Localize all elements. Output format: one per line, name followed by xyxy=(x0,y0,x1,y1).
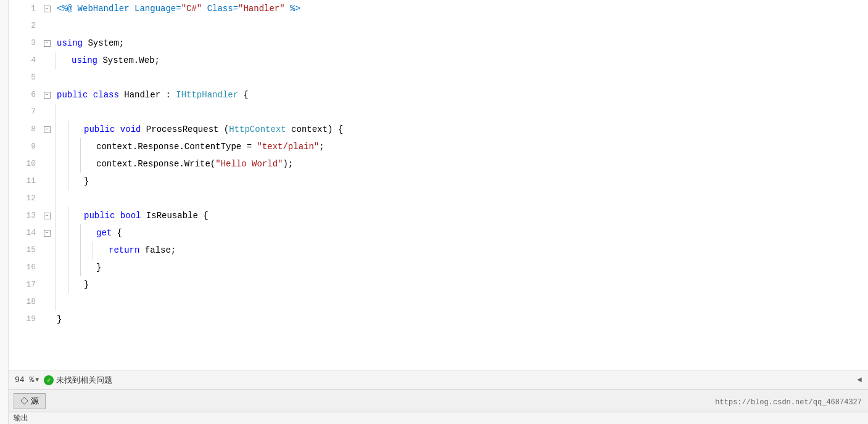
collapse-button[interactable]: − xyxy=(44,126,51,133)
left-margin xyxy=(0,0,9,424)
token: IsReusable { xyxy=(141,211,208,221)
line-number: 14 xyxy=(9,224,41,242)
output-label: 输出 xyxy=(14,413,28,423)
token: IHttpHandler xyxy=(176,90,238,100)
zoom-control[interactable]: 94 % ▼ xyxy=(15,375,39,385)
line-number: 2 xyxy=(9,17,41,35)
indent-guide xyxy=(68,242,80,259)
indent-guide xyxy=(68,224,80,242)
indent-guide xyxy=(68,155,80,173)
indent-guide xyxy=(56,138,68,155)
status-text: 未找到相关问题 xyxy=(56,375,112,386)
code-line: context.Response.Write("Hello World"); xyxy=(93,155,868,173)
indent-guide xyxy=(80,138,93,155)
token: } xyxy=(57,314,62,324)
code-line: using System.Web; xyxy=(68,52,868,69)
table-row: 13−public bool IsReusable { xyxy=(9,207,868,224)
token: } xyxy=(84,280,89,290)
table-row: 19} xyxy=(9,311,868,328)
collapse-button[interactable]: − xyxy=(44,213,51,219)
code-line xyxy=(68,104,868,121)
indent-guide xyxy=(56,276,68,293)
code-line xyxy=(53,17,868,35)
indent-guide xyxy=(68,138,80,155)
indent-guide xyxy=(56,242,68,259)
status-bar: 94 % ▼ ✓ 未找到相关问题 ◄ xyxy=(9,370,868,389)
indent-guide xyxy=(56,207,68,224)
line-number: 15 xyxy=(9,242,41,259)
indent-guide xyxy=(56,104,68,121)
code-line xyxy=(68,190,868,207)
code-line xyxy=(53,69,868,86)
indent-guide xyxy=(56,190,68,207)
status-check: ✓ 未找到相关问题 xyxy=(44,375,112,386)
table-row: 16} xyxy=(9,259,868,276)
code-line: } xyxy=(80,173,868,190)
token: "Handler" xyxy=(238,4,285,14)
collapse-button[interactable]: − xyxy=(44,6,51,12)
collapse-column xyxy=(41,293,53,311)
collapse-column xyxy=(41,259,53,276)
source-button[interactable]: ◇ 源 xyxy=(14,393,46,409)
indent-guide xyxy=(56,224,68,242)
line-number: 12 xyxy=(9,190,41,207)
token: } xyxy=(84,176,89,186)
line-number: 16 xyxy=(9,259,41,276)
indent-guide xyxy=(68,121,80,138)
zoom-dropdown-arrow[interactable]: ▼ xyxy=(35,377,39,383)
indent-guide xyxy=(56,293,68,311)
line-number: 19 xyxy=(9,311,41,328)
status-arrow[interactable]: ◄ xyxy=(857,375,862,385)
line-number: 1 xyxy=(9,0,41,17)
collapse-column xyxy=(41,17,53,35)
code-editor[interactable]: 1−<%@ WebHandler Language="C#" Class="Ha… xyxy=(9,0,868,370)
table-row: 6−public class Handler : IHttpHandler { xyxy=(9,86,868,104)
token: { xyxy=(112,228,122,238)
table-row: 4using System.Web; xyxy=(9,52,868,69)
line-number: 18 xyxy=(9,293,41,311)
table-row: 7 xyxy=(9,104,868,121)
indent-guide xyxy=(56,155,68,173)
token: public xyxy=(84,124,115,134)
indent-guide xyxy=(56,121,68,138)
table-row: 15return false; xyxy=(9,242,868,259)
token: Class= xyxy=(202,4,238,14)
line-number: 3 xyxy=(9,35,41,52)
token xyxy=(115,211,120,221)
token xyxy=(88,90,93,100)
token: "text/plain" xyxy=(257,142,319,152)
token: <%@ WebHandler Language= xyxy=(57,4,181,14)
line-number: 6 xyxy=(9,86,41,104)
lines-wrapper: 1−<%@ WebHandler Language="C#" Class="Ha… xyxy=(9,0,868,328)
output-bar: 输出 xyxy=(9,412,868,424)
collapse-column xyxy=(41,52,53,69)
code-line: <%@ WebHandler Language="C#" Class="Hand… xyxy=(53,0,868,17)
line-number: 11 xyxy=(9,173,41,190)
collapse-button[interactable]: − xyxy=(44,40,51,47)
line-number: 4 xyxy=(9,52,41,69)
collapse-button[interactable]: − xyxy=(44,230,51,237)
table-row: 5 xyxy=(9,69,868,86)
token: context.Response.ContentType = xyxy=(96,142,257,152)
collapse-column: − xyxy=(41,207,53,224)
token: System; xyxy=(83,38,124,48)
collapse-column xyxy=(41,276,53,293)
collapse-button[interactable]: − xyxy=(44,92,51,99)
token: } xyxy=(96,263,101,272)
token: { xyxy=(238,90,249,100)
indent-guide xyxy=(93,242,105,259)
collapse-column xyxy=(41,311,53,328)
table-row: 10context.Response.Write("Hello World"); xyxy=(9,155,868,173)
token: return xyxy=(109,245,139,255)
code-line: get { xyxy=(93,224,868,242)
collapse-column: − xyxy=(41,35,53,52)
table-row: 18 xyxy=(9,293,868,311)
table-row: 3−using System; xyxy=(9,35,868,52)
indent-guide xyxy=(56,52,68,69)
collapse-column xyxy=(41,190,53,207)
token: bool xyxy=(120,211,141,221)
code-line: context.Response.ContentType = "text/pla… xyxy=(93,138,868,155)
source-button-label: ◇ 源 xyxy=(20,396,39,407)
indent-guide xyxy=(56,173,68,190)
collapse-column xyxy=(41,155,53,173)
